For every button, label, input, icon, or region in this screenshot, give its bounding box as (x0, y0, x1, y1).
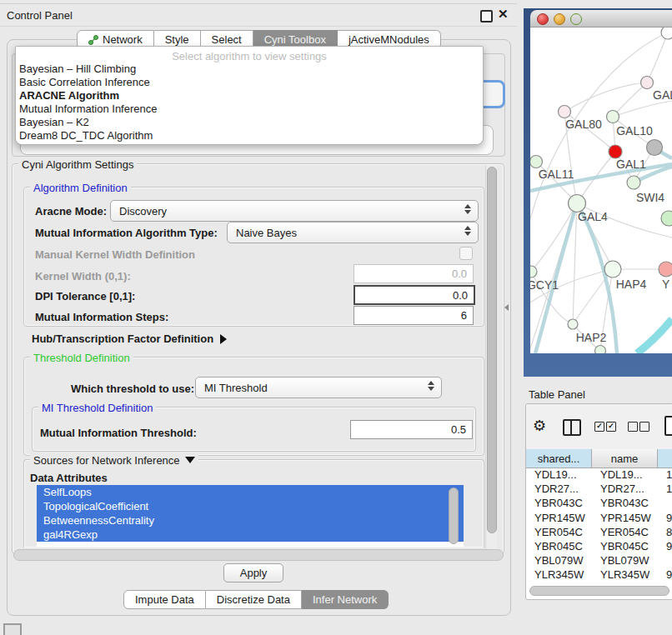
node[interactable] (661, 211, 672, 226)
node-label: GAL4 (578, 210, 608, 223)
cell: YDR27... (526, 482, 592, 495)
minimize-traffic-light-icon[interactable] (554, 13, 565, 25)
apply-button[interactable]: Apply (223, 563, 283, 582)
node-label: HAP2 (576, 331, 607, 344)
cell: YBL079W (526, 554, 592, 567)
cell: YBL079W (592, 554, 658, 567)
table-row[interactable]: YIL052CYIL052C9 (526, 582, 672, 585)
cell: YBR043C (526, 497, 592, 509)
node-gal1[interactable] (609, 145, 622, 158)
cell: YDR27... (592, 482, 658, 495)
dpi-tolerance-label: DPI Tolerance [0,1]: (35, 290, 135, 302)
sources-group-toggle[interactable]: Sources for Network Inference (30, 454, 198, 467)
cell: 9. (658, 568, 672, 581)
checkbox-checked-icon[interactable]: ✓ (606, 422, 616, 432)
aracne-mode-label: Aracne Mode: (35, 205, 107, 218)
stepper-arrows-icon (464, 226, 471, 236)
settings-hscrollbar[interactable] (13, 549, 504, 561)
node-gal80[interactable] (559, 106, 571, 118)
zoom-traffic-light-icon[interactable] (570, 13, 582, 25)
table-row[interactable]: YBR043CYBR043C (526, 496, 672, 510)
list-scrollbar-thumb[interactable] (449, 488, 459, 544)
network-window-titlebar[interactable] (530, 10, 672, 28)
node-label: HAP4 (616, 278, 647, 291)
algorithm-option[interactable]: Basic Correlation Inference (16, 76, 483, 89)
table-hscrollbar[interactable] (529, 586, 669, 596)
table-row[interactable]: YDL19...YDL19...13 (526, 468, 672, 482)
node[interactable] (661, 28, 672, 39)
kernel-width-input[interactable]: 0.0 (354, 264, 474, 283)
tab-impute-data[interactable]: Impute Data (123, 590, 206, 609)
node[interactable] (659, 262, 672, 277)
column-header-partial[interactable] (658, 449, 672, 468)
node[interactable] (647, 140, 663, 156)
node-gcy1[interactable] (530, 266, 537, 278)
algorithm-option[interactable]: Dream8 DC_TDC Algorithm (16, 129, 483, 142)
table-row[interactable]: YDR27...YDR27...12 (526, 482, 672, 496)
mi-type-combo[interactable]: Naive Bayes (227, 222, 479, 243)
checkbox-unchecked-icon[interactable] (628, 422, 638, 432)
column-header-name[interactable]: name (592, 449, 658, 468)
list-item[interactable]: BetweennessCentrality (37, 513, 464, 528)
list-item[interactable]: TopologicalCoefficient (37, 499, 464, 513)
checkbox-unchecked-icon[interactable] (639, 422, 649, 432)
gear-icon[interactable]: ⚙ (533, 417, 546, 435)
data-attributes-list[interactable]: SelfLoops TopologicalCoefficient Between… (37, 485, 464, 547)
table-body[interactable]: YDL19...YDL19...13 YDR27...YDR27...12 YB… (526, 468, 672, 584)
cell: 13 (658, 468, 672, 481)
mi-steps-input[interactable]: 6 (354, 306, 474, 325)
float-panel-icon[interactable] (480, 10, 493, 22)
node-label: GCY1 (530, 278, 559, 292)
close-traffic-light-icon[interactable] (537, 13, 549, 25)
network-edge-cyan (637, 319, 672, 353)
network-icon (88, 35, 98, 45)
cell: YDL19... (526, 468, 592, 481)
node-hap2[interactable] (568, 319, 578, 329)
table-row[interactable]: YLR345WYLR345W9. (526, 568, 672, 582)
network-view-canvas[interactable]: GAL GAL80 GAL10 GAL1 GAL11 SWI4 GAL4 GCY… (530, 28, 672, 353)
which-threshold-value: MI Threshold (204, 382, 268, 394)
tab-infer-network[interactable]: Infer Network (302, 590, 389, 609)
tab-discretize-data[interactable]: Discretize Data (206, 590, 302, 609)
checkbox-checked-icon[interactable]: ✓ (594, 422, 604, 432)
docked-panel-icon[interactable] (3, 623, 22, 635)
dpi-tolerance-input[interactable]: 0.0 (354, 285, 475, 305)
node-swi4[interactable] (627, 176, 640, 189)
stepper-arrows-icon (464, 204, 471, 214)
algorithm-definition-title: Algorithm Definition (30, 182, 131, 194)
which-threshold-combo[interactable]: MI Threshold (195, 377, 442, 398)
node-label: GAL10 (616, 124, 653, 138)
close-panel-icon[interactable]: ✕ (498, 7, 509, 22)
tab-discretize-label: Discretize Data (217, 593, 290, 606)
cell: YIL052C (526, 583, 592, 584)
list-item[interactable]: SelfLoops (37, 485, 464, 499)
algorithm-option[interactable]: Bayesian – K2 (16, 116, 483, 129)
aracne-mode-combo[interactable]: Discovery (110, 200, 479, 222)
list-item[interactable]: gal4RGexp (37, 528, 464, 542)
table-row[interactable]: YPR145WYPR145W9. (526, 511, 672, 525)
table-row[interactable]: YER054CYER054C8. (526, 525, 672, 539)
node-label: Y (662, 278, 670, 291)
document-icon[interactable] (664, 416, 672, 436)
tab-infer-label: Infer Network (313, 593, 377, 606)
hub-section-toggle[interactable]: Hub/Transcription Factor Definition (32, 332, 227, 345)
stepper-arrows-icon (428, 381, 434, 391)
settings-scrollbar-thumb[interactable] (487, 167, 497, 533)
manual-kernel-checkbox[interactable] (459, 247, 473, 260)
node[interactable] (641, 77, 654, 89)
algorithm-option[interactable]: Mutual Information Inference (16, 102, 483, 116)
columns-icon[interactable] (563, 419, 581, 436)
node[interactable] (595, 346, 606, 354)
algorithm-option-selected[interactable]: ARACNE Algorithm (16, 89, 483, 102)
algorithm-option[interactable]: Bayesian – Hill Climbing (16, 62, 483, 76)
node-hap4[interactable] (604, 261, 621, 278)
table-row[interactable]: YBL079WYBL079W (526, 553, 672, 568)
node-gal10[interactable] (607, 111, 619, 123)
table-toolbar: ⚙ ✓ ✓ (526, 404, 672, 450)
node-gal11[interactable] (530, 156, 543, 168)
panel-resize-arrow-icon[interactable] (504, 304, 509, 311)
column-header-shared[interactable]: shared... (526, 449, 592, 468)
cell: 12 (658, 482, 672, 495)
table-row[interactable]: YBR045CYBR045C9. (526, 539, 672, 553)
mi-threshold-input[interactable]: 0.5 (350, 420, 473, 439)
